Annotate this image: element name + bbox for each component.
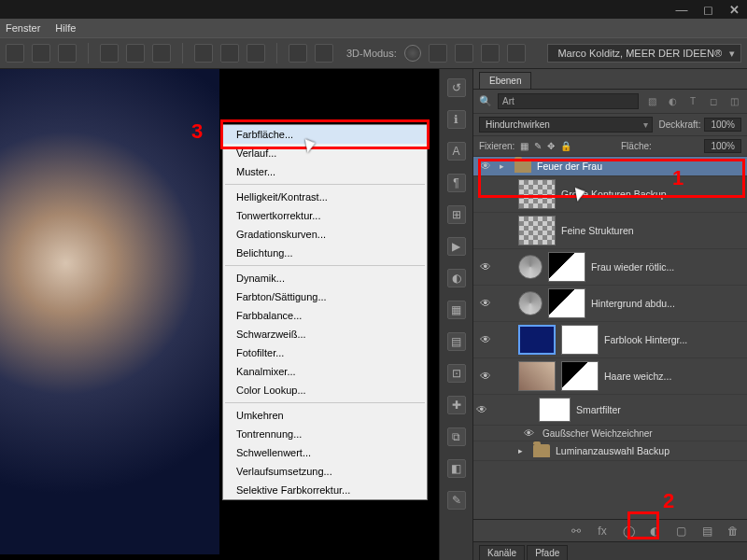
user-dropdown[interactable]: Marco Kolditz, MEER DER IDEEN® [547,44,741,63]
mask-thumb[interactable] [548,252,585,282]
menu-umkehren[interactable]: Umkehren [223,406,427,425]
tab-ebenen[interactable]: Ebenen [479,72,531,89]
visibility-toggle[interactable]: 👁 [477,297,494,310]
menu-dynamik[interactable]: Dynamik... [223,269,427,287]
menu-fenster[interactable]: Fenster [6,22,40,34]
menu-belichtung[interactable]: Belichtung... [223,244,427,262]
mask-thumb[interactable] [548,288,585,318]
actions-panel-icon[interactable]: ▶ [447,237,466,256]
minimize-button[interactable]: — [669,0,695,19]
layer-name[interactable]: Hintergrund abdu... [591,298,675,309]
menu-farbbalance[interactable]: Farbbalance... [223,306,427,325]
visibility-toggle[interactable]: 👁 [477,333,494,346]
filter-adjust-icon[interactable]: ◐ [665,94,680,109]
layer-group[interactable]: ▸ Luminanzauswahl Backup [473,441,747,461]
lock-transparency-icon[interactable]: ▦ [520,141,529,151]
adjustment-icon[interactable] [518,255,543,279]
character-panel-icon[interactable]: A [447,142,466,161]
visibility-toggle[interactable]: 👁 [477,370,494,383]
fill-thumb[interactable] [518,325,556,355]
opt-icon[interactable] [126,44,145,63]
panel-icon[interactable]: ⊞ [447,205,466,224]
close-button[interactable]: ✕ [721,0,747,19]
delete-icon[interactable]: 🗑 [725,523,741,539]
menu-helligkeit[interactable]: Helligkeit/Kontrast... [223,188,427,206]
filter-pixel-icon[interactable]: ▧ [644,94,659,109]
filter-shape-icon[interactable]: ◻ [706,94,721,109]
adjustment-layer-menu[interactable]: Farbfläche... Verlauf... Muster... Helli… [222,124,428,500]
panel-icon[interactable]: ⊡ [447,364,466,383]
opt-icon[interactable] [100,44,119,63]
opt-icon[interactable] [289,44,307,63]
opt-icon[interactable] [32,44,50,63]
smartfilter-entry[interactable]: 👁 Gaußscher Weichzeichner [473,426,747,441]
menu-schwarzweiss[interactable]: Schwarzweiß... [223,325,427,343]
panel-icon[interactable]: ✚ [447,396,466,414]
blend-mode-select[interactable]: Hindurchwirken [479,117,653,133]
lock-paint-icon[interactable]: ✎ [534,141,542,151]
menu-hilfe[interactable]: Hilfe [55,22,76,34]
group-icon[interactable]: ▢ [672,523,689,539]
fill-value[interactable]: 100% [704,139,741,153]
info-panel-icon[interactable]: ℹ [447,110,466,129]
layer-name[interactable]: Luminanzauswahl Backup [556,445,669,456]
disclosure-icon[interactable]: ▸ [518,446,528,455]
filtermask-thumb[interactable] [539,398,571,422]
layer-name[interactable]: Feine Strukturen [561,225,634,236]
light-3d-icon[interactable] [404,45,421,62]
mask-thumb[interactable] [561,325,599,355]
maximize-button[interactable]: ◻ [695,0,721,19]
opt-icon[interactable] [6,44,24,63]
styles-panel-icon[interactable]: ▤ [447,332,466,351]
menu-fotofilter[interactable]: Fotofilter... [223,343,427,362]
clone-panel-icon[interactable]: ⧉ [447,427,466,446]
menu-muster[interactable]: Muster... [223,162,427,181]
tab-kanaele[interactable]: Kanäle [479,545,525,560]
opt-icon[interactable] [429,44,447,63]
link-layers-icon[interactable]: ⚯ [568,523,585,539]
menu-gradation[interactable]: Gradationskurven... [223,225,427,244]
brush-panel-icon[interactable]: ✎ [447,491,466,510]
panel-icon[interactable]: ◧ [447,459,466,478]
opt-icon[interactable] [315,44,333,63]
paragraph-panel-icon[interactable]: ¶ [447,174,466,192]
menu-tontrennung[interactable]: Tontrennung... [223,425,427,443]
layer-list[interactable]: 👁 ▸ Feuer der Frau Grobe Konturen Backup… [473,157,747,519]
menu-tonwert[interactable]: Tonwertkorrektur... [223,206,427,225]
layer-name[interactable]: Haare weichz... [604,371,671,382]
opt-icon[interactable] [220,44,239,63]
menu-kanalmixer[interactable]: Kanalmixer... [223,362,427,381]
layer-item[interactable]: 👁 Haare weichz... [473,358,747,395]
filter-type-icon[interactable]: T [685,94,700,109]
opt-icon[interactable] [58,44,77,63]
new-layer-icon[interactable]: ▤ [698,523,715,539]
layer-item[interactable]: Feine Strukturen [473,213,747,249]
layer-item[interactable]: 👁 Hintergrund abdu... [473,286,747,322]
layer-filter-kind[interactable]: Art [498,93,639,109]
opt-icon[interactable] [507,44,526,63]
adjustment-icon[interactable] [518,291,543,315]
visibility-toggle[interactable]: 👁 [473,403,490,416]
smart-thumb[interactable] [518,361,556,391]
lock-all-icon[interactable]: 🔒 [560,141,571,151]
menu-verlaufsumsetzung[interactable]: Verlaufsumsetzung... [223,462,427,481]
fx-icon[interactable]: fx [594,523,611,539]
visibility-toggle[interactable]: 👁 [477,260,494,273]
opt-icon[interactable] [481,44,500,63]
layer-item[interactable]: 👁 Frau wieder rötlic... [473,249,747,286]
layer-name[interactable]: Frau wieder rötlic... [591,261,674,273]
menu-colorlookup[interactable]: Color Lookup... [223,381,427,399]
color-panel-icon[interactable]: ◐ [447,269,466,287]
filter-smart-icon[interactable]: ◫ [726,94,741,109]
mask-thumb[interactable] [561,361,599,391]
opt-icon[interactable] [194,44,213,63]
menu-schwellenwert[interactable]: Schwellenwert... [223,443,427,462]
menu-selektiv[interactable]: Selektive Farbkorrektur... [223,481,427,499]
opt-icon[interactable] [455,44,473,63]
layer-item[interactable]: 👁 Farblook Hintergr... [473,322,747,358]
swatches-panel-icon[interactable]: ▦ [447,301,466,319]
smartfilter-row[interactable]: 👁 Smartfilter [473,395,747,426]
opt-icon[interactable] [247,44,265,63]
filter-name[interactable]: Gaußscher Weichzeichner [543,428,653,439]
lock-position-icon[interactable]: ✥ [547,141,555,151]
